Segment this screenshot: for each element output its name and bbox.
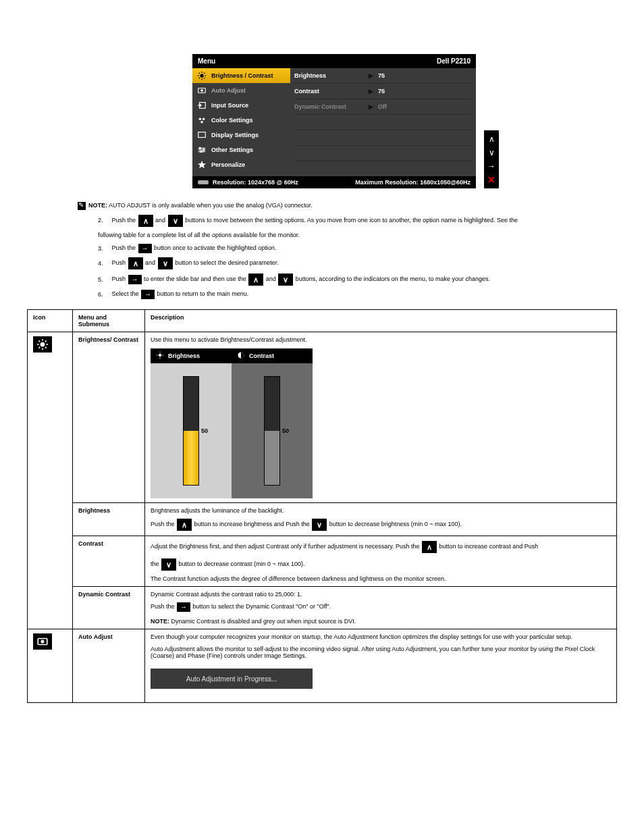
brightness-slider[interactable]: 50	[183, 376, 199, 486]
svg-point-24	[41, 342, 45, 347]
desc-contrast: Adjust the Brightness first, and then ad…	[145, 536, 617, 587]
nav-enter-button[interactable]: →	[485, 160, 498, 172]
osd-title: Menu	[198, 57, 215, 65]
svg-rect-16	[198, 132, 206, 138]
desc-dynamic-contrast: Dynamic Contrast adjusts the contrast ra…	[145, 587, 617, 629]
button-up-icon	[248, 273, 264, 286]
button-down-icon	[311, 518, 327, 531]
note-auto-adjust: NOTE: AUTO ADJUST is only available when…	[78, 202, 617, 210]
step-2: 2. Push the and buttons to move between …	[98, 214, 617, 228]
nav-down-button[interactable]: ∨	[485, 147, 498, 159]
menu-brightness: Brightness	[73, 503, 145, 536]
sun-icon	[196, 71, 207, 80]
osd-main-menu: Menu Dell P2210 Brightness / Contrast Au…	[192, 54, 476, 188]
svg-line-8	[204, 73, 205, 74]
monitor-icon	[196, 130, 207, 140]
th-desc: Description	[145, 310, 617, 332]
svg-point-40	[41, 641, 43, 643]
screen-small-icon	[198, 180, 209, 184]
svg-line-32	[45, 341, 47, 342]
desc-brightness: Brightness adjusts the luminance of the …	[145, 503, 617, 536]
osd-row-dynamic-contrast: Dynamic Contrast ▶ Off	[294, 99, 472, 115]
button-up-icon	[176, 518, 192, 531]
target-large-icon	[33, 633, 52, 650]
step-3: 3. Push the button once to activate the …	[98, 243, 617, 254]
osd-model: Dell P2210	[437, 57, 471, 65]
menu-brightness-contrast: Brightness/ Contrast	[73, 332, 145, 503]
svg-line-29	[38, 341, 40, 342]
input-icon	[196, 101, 207, 110]
osd-item-other-settings[interactable]: Other Settings	[192, 142, 290, 157]
nav-close-button[interactable]: ✕	[485, 174, 498, 186]
svg-line-31	[38, 347, 40, 348]
sliders-icon	[196, 145, 207, 155]
step-6: 6. Select the button to return to the ma…	[98, 289, 617, 300]
menu-description-table: Icon Menu and Submenus Description Brigh…	[27, 309, 617, 703]
contrast-slider[interactable]: 50	[264, 376, 280, 486]
osd-item-input-source[interactable]: Input Source	[192, 98, 290, 113]
sun-small-icon	[156, 351, 164, 361]
menu-auto-adjust: Auto Adjust	[73, 629, 145, 703]
step-5: 5. Push to enter the slide bar and then …	[98, 273, 617, 286]
svg-rect-22	[200, 151, 202, 153]
svg-point-14	[203, 118, 205, 121]
svg-line-6	[204, 78, 205, 78]
button-enter-icon	[176, 602, 191, 613]
svg-point-13	[199, 118, 202, 121]
svg-rect-21	[203, 149, 205, 151]
menu-contrast: Contrast	[73, 536, 145, 587]
button-up-icon	[421, 540, 437, 554]
svg-rect-20	[200, 148, 201, 149]
osd-item-auto-adjust[interactable]: Auto Adjust	[192, 83, 290, 98]
osd-item-display-settings[interactable]: Display Settings	[192, 128, 290, 142]
svg-point-0	[200, 74, 203, 77]
button-enter-icon	[128, 274, 142, 285]
button-down-icon	[167, 214, 184, 228]
osd-right-panel: Brightness ▶ 75 Contrast ▶ 75 Dynamic Co…	[290, 68, 476, 176]
button-down-icon	[161, 558, 177, 571]
desc-bc-intro: Use this menu to activate Brightness/Con…	[151, 336, 611, 343]
button-enter-icon	[140, 289, 155, 300]
svg-marker-23	[198, 161, 206, 168]
th-menu: Menu and Submenus	[73, 310, 145, 332]
osd-resolution: Resolution: 1024x768 @ 60Hz	[198, 179, 298, 186]
nav-up-button[interactable]: ∧	[485, 133, 498, 145]
sun-large-icon	[33, 336, 52, 353]
note-icon	[78, 202, 86, 210]
button-up-icon	[138, 214, 154, 228]
osd-row-brightness[interactable]: Brightness ▶ 75	[294, 68, 472, 84]
desc-auto-adjust: Even though your computer recognizes you…	[145, 629, 617, 703]
osd-left-menu: Brightness / Contrast Auto Adjust Input …	[192, 68, 290, 176]
caret-right-icon: ▶	[369, 72, 378, 79]
button-down-icon	[277, 273, 294, 286]
osd-item-brightness-contrast[interactable]: Brightness / Contrast	[192, 68, 290, 83]
contrast-small-icon	[237, 351, 245, 361]
th-icon: Icon	[28, 310, 73, 332]
dots-icon	[196, 115, 207, 125]
svg-point-33	[159, 354, 162, 357]
step-2-cont: following table for a complete list of a…	[98, 230, 617, 240]
svg-point-15	[200, 121, 203, 124]
svg-point-10	[201, 90, 203, 92]
svg-line-30	[45, 347, 47, 348]
button-up-icon	[128, 257, 144, 270]
star-icon	[196, 160, 207, 170]
brightness-contrast-panel: Brightness Contrast 50	[151, 348, 313, 498]
button-enter-icon	[138, 243, 153, 254]
svg-line-5	[199, 73, 200, 74]
step-4: 4. Push and button to select the desired…	[98, 257, 617, 270]
caret-right-icon: ▶	[369, 88, 378, 95]
osd-item-personalize[interactable]: Personalize	[192, 157, 290, 172]
osd-side-buttons: ∧ ∨ → ✕	[484, 130, 499, 188]
osd-max-resolution: Maximum Resolution: 1680x1050@60Hz	[355, 179, 471, 186]
target-icon	[196, 86, 207, 95]
osd-item-color-settings[interactable]: Color Settings	[192, 113, 290, 128]
menu-dynamic-contrast: Dynamic Contrast	[73, 587, 145, 629]
auto-adjust-progress: Auto Adjustment in Progress...	[151, 669, 313, 689]
caret-right-icon: ▶	[369, 103, 378, 110]
osd-row-contrast[interactable]: Contrast ▶ 75	[294, 84, 472, 99]
svg-line-7	[199, 78, 200, 78]
button-down-icon	[157, 257, 173, 270]
